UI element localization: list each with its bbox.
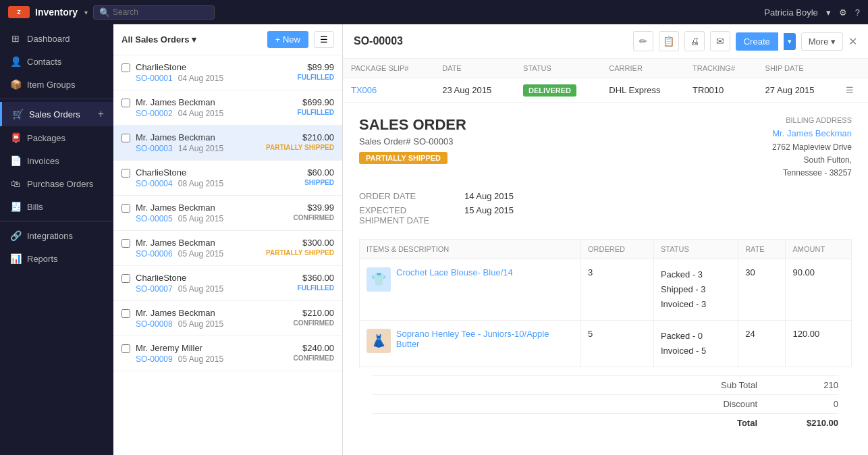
- order-checkbox[interactable]: [121, 63, 130, 72]
- order-checkbox[interactable]: [121, 309, 130, 318]
- email-button[interactable]: ✉: [710, 31, 730, 51]
- order-row[interactable]: Mr. James Beckman SO-00006 05 Aug 2015 $…: [113, 231, 342, 266]
- orders-scroll[interactable]: CharlieStone SO-00001 04 Aug 2015 $89.99…: [113, 55, 342, 455]
- subtotal-label: Sub Total: [690, 380, 757, 390]
- sidebar-item-label: Contacts: [27, 57, 61, 67]
- orders-actions: + New ☰: [267, 31, 334, 48]
- order-row[interactable]: CharlieStone SO-00007 05 Aug 2015 $360.0…: [113, 266, 342, 301]
- package-carrier: DHL Express: [601, 78, 684, 103]
- item-status: Packed - 3Shipped - 3Invoiced - 3: [653, 259, 738, 320]
- sidebar-item-item-groups[interactable]: 📦 Item Groups: [0, 73, 113, 96]
- so-title: SALES ORDER: [359, 116, 466, 134]
- item-amount: 90.00: [786, 259, 852, 320]
- so-status-badge: PARTIALLY SHIPPED: [359, 152, 447, 164]
- order-amount: $360.00: [298, 273, 334, 283]
- app-title: Inventory: [35, 7, 78, 18]
- order-amount: $210.00: [266, 132, 334, 142]
- order-info: CharlieStone SO-00007 05 Aug 2015: [136, 273, 292, 294]
- order-info: Mr. James Beckman SO-00002 04 Aug 2015: [136, 97, 292, 118]
- col-ordered: ORDERED: [581, 239, 654, 259]
- billing-name[interactable]: Mr. James Beckman: [772, 128, 852, 138]
- sidebar-item-integrations[interactable]: 🔗 Integrations: [0, 224, 113, 247]
- order-id[interactable]: SO-00009: [136, 354, 173, 364]
- sidebar-item-sales-orders[interactable]: 🛒 Sales Orders +: [0, 102, 113, 126]
- order-row[interactable]: CharlieStone SO-00001 04 Aug 2015 $89.99…: [113, 55, 342, 90]
- col-status: STATUS: [515, 59, 601, 78]
- sidebar-item-label: Dashboard: [27, 34, 70, 44]
- order-id[interactable]: SO-00005: [136, 214, 173, 223]
- order-id[interactable]: SO-00004: [136, 179, 173, 188]
- order-amount: $210.00: [293, 308, 334, 318]
- user-dropdown-icon[interactable]: ▾: [826, 7, 831, 18]
- sidebar-item-invoices[interactable]: 📄 Invoices: [0, 149, 113, 172]
- order-status: CONFIRMED: [293, 319, 334, 327]
- help-icon[interactable]: ?: [855, 7, 860, 18]
- order-id[interactable]: SO-00006: [136, 249, 173, 259]
- order-checkbox[interactable]: [121, 134, 130, 142]
- user-name[interactable]: Patricia Boyle: [764, 7, 817, 18]
- sidebar-item-dashboard[interactable]: ⊞ Dashboard: [0, 27, 113, 50]
- settings-icon[interactable]: ⚙: [839, 7, 847, 18]
- search-input[interactable]: [113, 7, 207, 17]
- order-id[interactable]: SO-00008: [136, 319, 173, 329]
- total-label: Total: [690, 418, 757, 428]
- print-button[interactable]: 🖨: [684, 31, 705, 51]
- order-id[interactable]: SO-00003: [136, 144, 173, 153]
- sidebar: ⊞ Dashboard 👤 Contacts 📦 Item Groups 🛒 S…: [0, 24, 113, 455]
- title-dropdown-icon[interactable]: ▾: [84, 9, 88, 16]
- order-checkbox[interactable]: [121, 274, 130, 283]
- sidebar-item-purchase-orders[interactable]: 🛍 Purchase Orders: [0, 172, 113, 195]
- sidebar-item-contacts[interactable]: 👤 Contacts: [0, 50, 113, 73]
- expected-label: EXPECTEDSHIPMENT DATE: [359, 205, 454, 225]
- order-id[interactable]: SO-00002: [136, 109, 173, 118]
- edit-button[interactable]: ✏: [633, 31, 653, 51]
- expected-date-val: 15 Aug 2015: [464, 205, 514, 225]
- order-row[interactable]: CharlieStone SO-00004 08 Aug 2015 $60.00…: [113, 161, 342, 196]
- order-id[interactable]: SO-00007: [136, 284, 173, 294]
- order-info: Mr. James Beckman SO-00006 05 Aug 2015: [136, 238, 261, 259]
- order-checkbox[interactable]: [121, 239, 130, 248]
- order-row[interactable]: Mr. Jeremy Miller SO-00009 05 Aug 2015 $…: [113, 336, 342, 371]
- row-menu-icon[interactable]: ☰: [846, 85, 854, 95]
- order-checkbox[interactable]: [121, 99, 130, 107]
- item-groups-icon: 📦: [9, 79, 22, 90]
- orders-dropdown-icon[interactable]: ▾: [192, 34, 196, 45]
- detail-panel: SO-00003 ✏ 📋 🖨 ✉ Create ▾ More ▾ ✕: [343, 24, 868, 455]
- item-name[interactable]: Crochet Lace Blouse- Blue/14: [396, 267, 513, 277]
- order-id[interactable]: SO-00001: [136, 74, 173, 83]
- close-button[interactable]: ✕: [848, 35, 857, 48]
- main-layout: ⊞ Dashboard 👤 Contacts 📦 Item Groups 🛒 S…: [0, 24, 868, 455]
- sidebar-item-bills[interactable]: 🧾 Bills: [0, 195, 113, 218]
- so-body: SALES ORDER Sales Order# SO-00003 PARTIA…: [343, 103, 868, 454]
- order-row[interactable]: Mr. James Beckman SO-00008 05 Aug 2015 $…: [113, 301, 342, 336]
- new-order-button[interactable]: + New: [267, 31, 308, 48]
- sidebar-item-reports[interactable]: 📊 Reports: [0, 247, 113, 270]
- col-package-slip: PACKAGE SLIP#: [343, 59, 434, 78]
- order-checkbox[interactable]: [121, 344, 130, 353]
- add-sales-order-button[interactable]: +: [98, 108, 104, 120]
- create-button[interactable]: Create: [736, 32, 778, 51]
- reports-icon: 📊: [9, 253, 22, 264]
- detail-scroll[interactable]: PACKAGE SLIP# DATE STATUS CARRIER TRACKI…: [343, 59, 868, 455]
- order-row[interactable]: Mr. James Beckman SO-00002 04 Aug 2015 $…: [113, 90, 342, 126]
- order-meta: SO-00004 08 Aug 2015: [136, 179, 299, 188]
- item-rate: 24: [738, 320, 786, 367]
- search-bar[interactable]: 🔍: [93, 5, 215, 20]
- order-date-label: ORDER DATE: [359, 191, 454, 201]
- order-status: FULFILLED: [298, 284, 334, 292]
- sidebar-item-packages[interactable]: 📮 Packages: [0, 126, 113, 149]
- order-meta: SO-00005 05 Aug 2015: [136, 214, 288, 223]
- item-name[interactable]: Soprano Henley Tee - Juniors-10/Apple Bu…: [396, 329, 574, 349]
- pdf-button[interactable]: 📋: [659, 31, 679, 51]
- order-row[interactable]: Mr. James Beckman SO-00005 05 Aug 2015 $…: [113, 196, 342, 231]
- more-button[interactable]: More ▾: [801, 32, 843, 51]
- create-dropdown-button[interactable]: ▾: [784, 33, 796, 50]
- orders-menu-button[interactable]: ☰: [314, 31, 334, 48]
- order-checkbox[interactable]: [121, 204, 130, 213]
- orders-header: All Sales Orders ▾ + New ☰: [113, 24, 342, 55]
- sidebar-item-label: Integrations: [27, 231, 73, 241]
- order-row[interactable]: Mr. James Beckman SO-00003 14 Aug 2015 $…: [113, 126, 342, 161]
- invoices-icon: 📄: [9, 155, 22, 166]
- package-slip-link[interactable]: TX006: [351, 85, 377, 95]
- order-checkbox[interactable]: [121, 169, 130, 178]
